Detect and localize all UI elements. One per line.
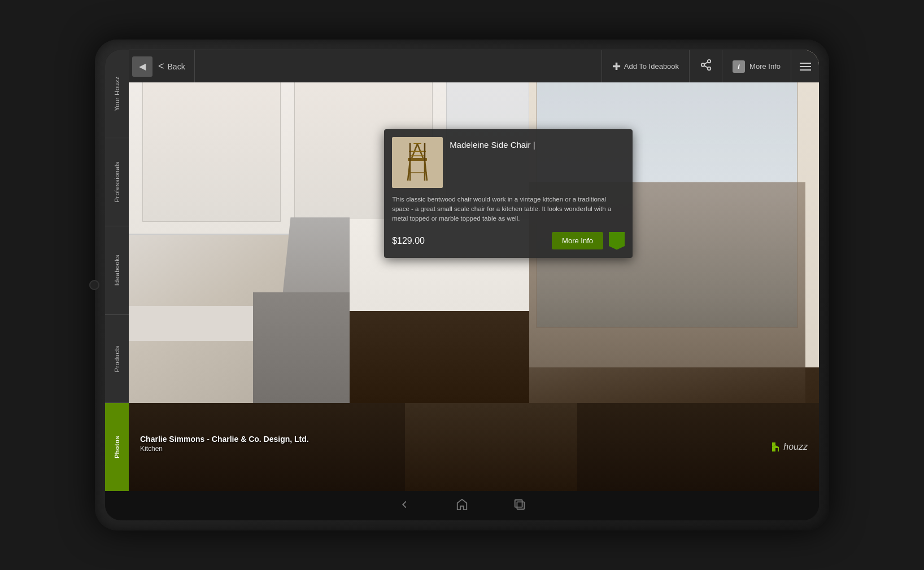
android-back-button[interactable] <box>398 498 411 514</box>
svg-point-16 <box>707 60 711 63</box>
product-description: This classic bentwood chair would work i… <box>392 195 625 224</box>
chair-image <box>398 140 437 185</box>
share-button[interactable] <box>689 50 722 82</box>
sidebar-item-ideabooks[interactable]: Ideabooks <box>105 226 129 315</box>
product-popup: Madeleine Side Chair | This classic bent… <box>384 129 633 258</box>
back-button[interactable]: < Back <box>152 50 195 82</box>
toolbar-more-info-label: More Info <box>749 62 781 71</box>
tablet: Your Houzz Professionals Ideabooks Produ… <box>95 40 829 530</box>
add-ideabook-icon: ✚ <box>612 60 621 73</box>
svg-rect-0 <box>413 143 421 144</box>
houzz-logo-text: houzz <box>783 442 808 452</box>
product-thumbnail <box>392 137 443 188</box>
price-tag-icon <box>609 232 625 250</box>
menu-icon <box>800 63 811 71</box>
houzz-watermark: houzz <box>770 441 808 453</box>
sidebar-item-professionals[interactable]: Professionals <box>105 138 129 227</box>
camera-dot <box>89 280 99 290</box>
prev-photo-button[interactable]: ◀ <box>132 56 152 77</box>
main-screen: Your Houzz Professionals Ideabooks Produ… <box>105 50 819 491</box>
svg-rect-22 <box>515 499 522 507</box>
room-type: Kitchen <box>140 445 309 453</box>
svg-line-20 <box>704 62 707 64</box>
svg-marker-21 <box>457 499 467 509</box>
android-recents-button[interactable] <box>513 498 526 514</box>
bottom-toolbar: ◀ < Back ✚ Add To Ideabook <box>129 50 819 82</box>
sidebar-item-your-houzz[interactable]: Your Houzz <box>105 50 129 138</box>
popup-footer: $129.00 More Info <box>392 232 625 250</box>
tablet-screen: Your Houzz Professionals Ideabooks Produ… <box>105 50 819 520</box>
back-label: Back <box>168 62 185 71</box>
popup-more-info-button[interactable]: More Info <box>552 232 603 249</box>
add-ideabook-label: Add To Ideabook <box>624 62 679 71</box>
android-home-button[interactable] <box>456 498 468 514</box>
designer-name: Charlie Simmons - Charlie & Co. Design, … <box>140 435 309 444</box>
svg-point-18 <box>707 67 711 71</box>
toolbar-more-info-button[interactable]: i More Info <box>722 50 791 82</box>
sidebar-item-products[interactable]: Products <box>105 315 129 404</box>
photo-content: Madeleine Side Chair | This classic bent… <box>129 50 819 491</box>
svg-rect-23 <box>517 502 524 509</box>
popup-header: Madeleine Side Chair | <box>392 137 625 188</box>
info-icon: i <box>733 60 745 73</box>
svg-line-19 <box>704 65 707 68</box>
menu-button[interactable] <box>791 50 819 82</box>
photo-credit: Charlie Simmons - Charlie & Co. Design, … <box>140 435 309 453</box>
product-price: $129.00 <box>392 236 546 246</box>
share-icon <box>700 59 712 74</box>
sidebar: Your Houzz Professionals Ideabooks Produ… <box>105 50 129 491</box>
sidebar-item-photos[interactable]: Photos <box>105 403 129 491</box>
back-arrow-icon: < <box>158 60 164 72</box>
houzz-logo-icon <box>770 441 781 453</box>
add-ideabook-button[interactable]: ✚ Add To Ideabook <box>602 50 689 82</box>
android-nav-bar <box>105 491 819 520</box>
product-title-text: Madeleine Side Chair | <box>450 137 535 188</box>
kitchen-background <box>129 50 819 491</box>
svg-point-17 <box>701 63 704 67</box>
